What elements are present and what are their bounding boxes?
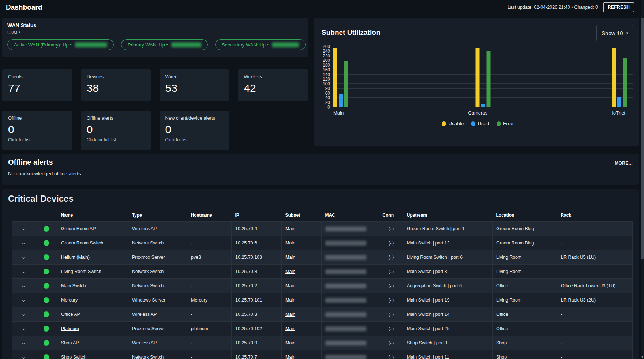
subnet-link[interactable]: Main xyxy=(285,269,295,274)
cell-ip: 10.25.70.4 xyxy=(232,222,282,236)
stat-label: Clients xyxy=(8,74,66,79)
critical-devices-table: NameTypeHostnameIPSubnetMACConnUpstreamL… xyxy=(12,210,633,359)
mac-redacted xyxy=(325,312,366,317)
status-column-header xyxy=(35,210,57,222)
cell-ip: 10.25.70.8 xyxy=(232,265,282,279)
cell-upstream: Main Switch | port 12 xyxy=(403,236,493,250)
subnet-link[interactable]: Main xyxy=(285,340,295,345)
subnet-link[interactable]: Main xyxy=(285,240,295,246)
bar-usable xyxy=(333,48,337,107)
stat-label: Offline xyxy=(8,115,66,121)
chevron-down-icon[interactable]: ⌄ xyxy=(21,269,26,273)
cell-conn: ⟨··⟩ xyxy=(379,322,403,336)
chevron-down-icon[interactable]: ⌄ xyxy=(21,298,26,302)
subnet-link[interactable]: Main xyxy=(285,226,295,231)
chevron-down-icon[interactable]: ⌄ xyxy=(21,227,26,230)
cell-expand: ⌄ xyxy=(12,293,35,307)
chevron-down-icon[interactable]: ⌄ xyxy=(21,255,26,259)
stat-value: 0 xyxy=(8,123,66,135)
stat-label: Wired xyxy=(165,74,224,79)
show-count-value: Show 10 xyxy=(602,30,623,36)
cell-name: Main Switch xyxy=(57,279,128,293)
stat-click-hint: Click for list xyxy=(165,137,224,142)
scrollbar-down-arrow[interactable]: ▼ xyxy=(641,356,644,358)
page-scrollbar[interactable]: ▼ xyxy=(641,0,644,359)
mac-redacted xyxy=(325,241,366,246)
cell-ip: 10.25.70.102 xyxy=(232,322,282,336)
bar-usable xyxy=(612,48,616,107)
cell-status xyxy=(35,322,57,336)
cell-expand: ⌄ xyxy=(12,350,35,359)
stat-click-hint: Click for list xyxy=(8,137,66,142)
cell-hostname: Mercury xyxy=(187,293,232,307)
subnet-link[interactable]: Main xyxy=(285,283,295,288)
cell-rack: - xyxy=(557,222,633,236)
chevron-down-icon[interactable]: ⌄ xyxy=(21,312,26,316)
stat-card-wireless: Wireless42 xyxy=(238,69,308,101)
column-header-hostname: Hostname xyxy=(187,210,232,222)
y-axis-tick: 100 xyxy=(323,81,330,86)
bar-used xyxy=(339,94,343,107)
y-axis-tick: 40 xyxy=(325,95,330,100)
cell-ip: 10.25.70.3 xyxy=(232,307,282,322)
cell-type: Proxmox Server xyxy=(128,250,187,265)
cell-ip: 10.25.70.2 xyxy=(232,279,282,293)
table-row: ⌄MercuryWindows ServerMercury10.25.70.10… xyxy=(12,293,633,307)
cell-location: Shop xyxy=(493,336,557,350)
cell-type: Proxmox Server xyxy=(128,322,187,336)
chevron-down-icon[interactable]: ⌄ xyxy=(21,341,26,344)
subnet-link[interactable]: Main xyxy=(285,312,295,317)
device-name-link[interactable]: Platinum xyxy=(61,326,79,331)
stat-value: 53 xyxy=(165,82,224,94)
wan-status-pill: Primary WAN: Up • xyxy=(121,39,208,50)
device-name-link[interactable]: Helium (Main) xyxy=(61,255,90,260)
chevron-down-icon[interactable]: ⌄ xyxy=(21,284,26,287)
chart-x-axis-labels: MainCamerasIoTnet xyxy=(333,110,633,116)
connection-icon: ⟨··⟩ xyxy=(388,226,394,232)
cell-status xyxy=(35,250,57,265)
stat-card-wired: Wired53 xyxy=(160,69,229,101)
subnet-utilization-chart: 020406080100120140160180200220240260 xyxy=(322,46,633,107)
chevron-down-icon[interactable]: ⌄ xyxy=(21,355,26,359)
stat-value: 0 xyxy=(87,123,145,135)
show-count-select[interactable]: Show 10 ▾ xyxy=(596,25,633,41)
stat-label: Wireless xyxy=(244,74,302,79)
connection-icon: ⟨··⟩ xyxy=(388,312,394,317)
chevron-down-icon[interactable]: ⌄ xyxy=(21,241,26,244)
device-name: Living Room Switch xyxy=(61,269,101,274)
cell-expand: ⌄ xyxy=(12,279,35,293)
device-name: Office AP xyxy=(61,312,80,317)
status-dot xyxy=(44,354,49,359)
refresh-button[interactable]: REFRESH xyxy=(603,2,634,12)
expand-column-header xyxy=(12,210,35,222)
cell-rack: - xyxy=(557,322,633,336)
table-row: ⌄Main SwitchNetwork Switch-10.25.70.2Mai… xyxy=(12,279,633,293)
offline-alerts-empty-message: No unacknowledged offline alerts. xyxy=(8,171,633,176)
mac-redacted xyxy=(325,269,366,274)
stat-card-offline[interactable]: Offline0Click for list xyxy=(2,111,72,150)
cell-location: Groom Room Bldg xyxy=(493,236,557,250)
chart-y-axis: 020406080100120140160180200220240260 xyxy=(322,46,333,107)
subnet-link[interactable]: Main xyxy=(285,298,295,303)
connection-icon: ⟨··⟩ xyxy=(388,255,394,260)
legend-label: Free xyxy=(503,121,513,126)
cell-name: Shop Switch xyxy=(57,350,128,359)
subnet-link[interactable]: Main xyxy=(285,326,295,331)
stat-card-new-client-device-alerts[interactable]: New client/device alerts0Click for list xyxy=(160,111,229,150)
column-header-upstream: Upstream xyxy=(403,210,493,222)
subnet-link[interactable]: Main xyxy=(285,255,295,260)
stat-card-offline-alerts[interactable]: Offline alerts0Click for full list xyxy=(81,111,151,150)
wan-status-card: WAN Status UDMP Active WAN (Primary): Up… xyxy=(2,18,308,57)
table-row: ⌄Groom Room SwitchNetwork Switch-10.25.7… xyxy=(12,236,633,250)
cell-rack: - xyxy=(557,265,633,279)
cell-upstream: Main Switch | port 14 xyxy=(403,307,493,322)
subnet-link[interactable]: Main xyxy=(285,355,295,359)
column-header-location: Location xyxy=(493,210,557,222)
device-name: Mercury xyxy=(61,298,78,303)
more-link[interactable]: MORE... xyxy=(615,161,633,166)
cell-status xyxy=(35,236,57,250)
stat-value: 42 xyxy=(244,82,302,94)
top-bar: Dashboard Last update: 02-04-2026 21:40 … xyxy=(0,0,644,15)
scrollbar-thumb[interactable] xyxy=(641,18,644,259)
chevron-down-icon[interactable]: ⌄ xyxy=(21,326,26,330)
